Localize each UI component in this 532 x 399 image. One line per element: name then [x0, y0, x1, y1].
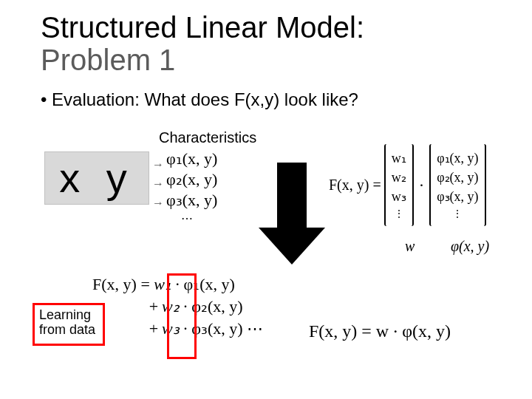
- arrow-icon: →: [152, 174, 164, 194]
- vector-equation: F(x, y) = w₁ w₂ w₃ ⋮ · φ₁(x, y) φ₂(x, y)…: [329, 144, 489, 226]
- down-arrow-icon: [259, 163, 325, 266]
- phi-3: φ₃(x, y): [166, 191, 217, 210]
- redbox-weights: [167, 273, 197, 359]
- arrow-icons: → → →: [152, 155, 164, 213]
- w-vector: w₁ w₂ w₃ ⋮: [384, 144, 414, 226]
- slide-title: Structured Linear Model: Problem 1: [41, 11, 502, 76]
- eq-lhs: F(x, y) =: [92, 275, 150, 294]
- arrow-icon: →: [152, 194, 164, 213]
- phi-label: φ(x, y): [451, 238, 489, 255]
- phi-1: φ₁(x, y): [166, 149, 217, 168]
- title-line2: Problem 1: [41, 44, 175, 76]
- title-line1: Structured Linear Model:: [41, 11, 364, 44]
- phi-vector: φ₁(x, y) φ₂(x, y) φ₃(x, y) ⋮: [429, 144, 485, 226]
- bullet-evaluation: • Evaluation: What does F(x,y) look like…: [41, 89, 502, 110]
- phi-list: φ₁(x, y) φ₂(x, y) φ₃(x, y) ⋯: [166, 148, 217, 227]
- w-label: w: [405, 238, 415, 255]
- arrow-icon: →: [152, 155, 164, 174]
- phi-2: φ₂(x, y): [166, 170, 217, 189]
- characteristics-label: Characteristics: [159, 129, 256, 146]
- phi-dots: ⋯: [166, 211, 217, 225]
- dot-operator: ·: [420, 176, 424, 195]
- redbox-learning: Learning from data: [33, 303, 105, 346]
- learning-label: Learning from data: [35, 305, 103, 341]
- final-equation: F(x, y) = w · φ(x, y): [309, 321, 451, 341]
- xy-box: x y: [44, 151, 149, 205]
- vec-lhs: F(x, y) =: [329, 177, 381, 194]
